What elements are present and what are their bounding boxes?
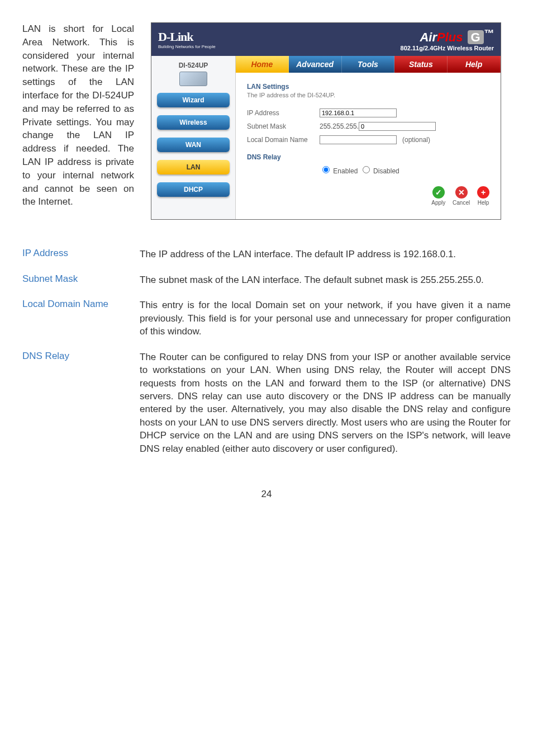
def-body-local-domain: This entry is for the local Domain set o… <box>140 299 511 338</box>
def-term-subnet-mask: Subnet Mask <box>22 273 140 286</box>
ip-address-label: IP Address <box>247 109 320 117</box>
tab-tools[interactable]: Tools <box>342 56 395 73</box>
subnet-mask-label: Subnet Mask <box>247 122 320 130</box>
nav-dhcp[interactable]: DHCP <box>157 182 230 197</box>
panel-heading: LAN Settings <box>247 83 489 91</box>
dlink-tagline: Building Networks for People <box>158 44 216 49</box>
router-admin-screenshot: D-Link Building Networks for People AirP… <box>151 22 501 220</box>
airplus-g: G <box>468 30 484 44</box>
airplus-brand: AirPlus G™ 802.11g/2.4GHz Wireless Route… <box>401 27 494 51</box>
airplus-plus: Plus <box>437 30 463 44</box>
airplus-subtitle: 802.11g/2.4GHz Wireless Router <box>401 45 494 51</box>
tab-advanced[interactable]: Advanced <box>289 56 342 73</box>
nav-wan[interactable]: WAN <box>157 138 230 152</box>
dns-relay-heading: DNS Relay <box>247 153 489 161</box>
def-term-local-domain: Local Domain Name <box>22 299 140 338</box>
dns-disabled-radio[interactable] <box>363 166 370 173</box>
dlink-logo: D-Link <box>158 30 216 44</box>
tab-help[interactable]: Help <box>448 56 501 73</box>
nav-lan[interactable]: LAN <box>157 160 230 174</box>
router-sidebar: DI-524UP Wizard Wireless WAN LAN DHCP <box>151 56 236 219</box>
router-header: D-Link Building Networks for People AirP… <box>151 23 501 56</box>
dns-enabled-label: Enabled <box>333 167 358 175</box>
intro-paragraph: LAN is short for Local Area Network. Thi… <box>22 22 134 209</box>
local-domain-input[interactable] <box>320 135 397 144</box>
model-label: DI-524UP <box>157 62 230 69</box>
def-body-ip-address: The IP address of the LAN interface. The… <box>140 248 511 261</box>
tab-status[interactable]: Status <box>394 56 448 73</box>
def-body-subnet-mask: The subnet mask of the LAN interface. Th… <box>140 273 511 286</box>
apply-button[interactable]: Apply <box>431 186 445 206</box>
local-domain-hint: (optional) <box>402 136 430 144</box>
tab-bar: Home Advanced Tools Status Help <box>236 56 501 73</box>
lan-settings-panel: LAN Settings The IP address of the DI-52… <box>236 73 501 219</box>
local-domain-label: Local Domain Name <box>247 136 320 144</box>
airplus-logo: AirPlus G™ <box>401 27 494 45</box>
tab-home[interactable]: Home <box>236 56 289 73</box>
page-number: 24 <box>22 489 511 500</box>
dns-enabled-option[interactable]: Enabled <box>320 164 358 175</box>
dns-disabled-label: Disabled <box>373 167 399 175</box>
panel-subtitle: The IP address of the DI-524UP. <box>247 92 489 98</box>
trademark: ™ <box>484 27 494 39</box>
apply-label: Apply <box>431 200 445 206</box>
dns-enabled-radio[interactable] <box>322 166 330 173</box>
subnet-mask-prefix: 255.255.255. <box>320 122 359 130</box>
cancel-button[interactable]: Cancel <box>453 186 470 206</box>
help-label: Help <box>478 200 489 206</box>
dns-disabled-option[interactable]: Disabled <box>360 164 399 175</box>
def-term-dns-relay: DNS Relay <box>22 351 140 456</box>
plus-icon <box>477 186 489 199</box>
help-button[interactable]: Help <box>477 186 489 206</box>
subnet-mask-octet-input[interactable] <box>359 122 436 131</box>
cancel-label: Cancel <box>453 200 470 206</box>
nav-wireless[interactable]: Wireless <box>157 115 230 130</box>
nav-wizard[interactable]: Wizard <box>157 93 230 107</box>
airplus-air: Air <box>420 30 437 44</box>
dlink-brand: D-Link Building Networks for People <box>158 30 216 49</box>
close-icon <box>455 186 468 199</box>
check-icon <box>432 186 445 199</box>
ip-address-input[interactable] <box>320 108 397 117</box>
def-body-dns-relay: The Router can be configured to relay DN… <box>140 351 511 456</box>
router-icon <box>179 72 207 86</box>
definitions-list: IP Address The IP address of the LAN int… <box>22 248 511 455</box>
def-term-ip-address: IP Address <box>22 248 140 261</box>
